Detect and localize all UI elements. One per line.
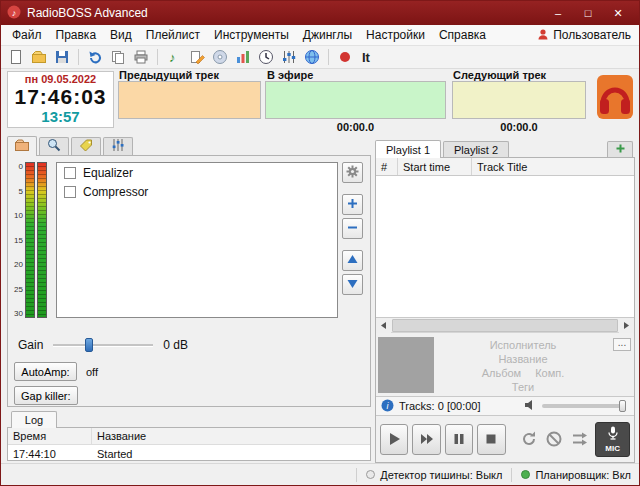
scheduler-clock-icon[interactable]: [256, 47, 276, 67]
tab-effects-mixer[interactable]: [103, 137, 133, 155]
menu-tools[interactable]: Инструменты: [207, 26, 296, 44]
tab-playlist-2[interactable]: Playlist 2: [443, 141, 509, 157]
menu-help[interactable]: Справка: [432, 26, 493, 44]
shuffle-button[interactable]: [569, 427, 591, 451]
stop-button[interactable]: [477, 424, 505, 455]
track-info-panel: Исполнитель Название Альбом Комп. Теги .…: [376, 333, 634, 397]
user-menu[interactable]: Пользователь: [537, 28, 635, 43]
tab-playlist-1[interactable]: Playlist 1: [375, 140, 441, 158]
open-icon[interactable]: [29, 47, 49, 67]
clock-block: пн 09.05.2022 17:46:03 13:57: [7, 71, 114, 128]
playlist-list[interactable]: [376, 176, 634, 318]
track-info-fields: Исполнитель Название Альбом Комп. Теги: [438, 338, 608, 394]
print-icon[interactable]: [131, 47, 151, 67]
next-track-box[interactable]: [452, 81, 586, 119]
volume-slider-thumb[interactable]: [619, 400, 626, 412]
new-playlist-icon[interactable]: [6, 47, 26, 67]
menu-file[interactable]: Файл: [5, 26, 49, 44]
gain-slider-thumb[interactable]: [85, 338, 93, 352]
previous-track-box[interactable]: [118, 81, 261, 119]
list-item-compressor[interactable]: Compressor: [57, 182, 337, 201]
autoamp-value: off: [86, 366, 98, 378]
arrow-up-icon: [346, 253, 359, 269]
copy-icon[interactable]: [108, 47, 128, 67]
music-library-icon[interactable]: ♪: [164, 47, 184, 67]
scheduler-indicator: [521, 470, 530, 479]
log-column-time[interactable]: Время: [8, 428, 92, 444]
add-playlist-tab[interactable]: [607, 141, 633, 157]
table-row[interactable]: 17:44:10 Started: [8, 445, 370, 461]
remove-effect-button[interactable]: [342, 218, 363, 239]
tab-browser[interactable]: [7, 136, 37, 156]
mic-button-label: MIC: [605, 444, 620, 453]
scheduler-status[interactable]: Планировщик: Вкл: [521, 469, 631, 481]
scrollbar-thumb[interactable]: [392, 319, 618, 332]
current-time: 17:46:03: [8, 85, 113, 108]
text-tool-button[interactable]: It: [362, 50, 370, 65]
tracks-summary: Tracks: 0 [00:00]: [399, 400, 481, 412]
record-icon[interactable]: [335, 47, 355, 67]
gapkiller-row: Gap killer:: [14, 386, 78, 405]
artist-placeholder: Исполнитель: [438, 338, 608, 352]
maximize-button[interactable]: □: [573, 2, 603, 24]
menu-edit[interactable]: Правка: [49, 26, 104, 44]
silence-detector-indicator: [366, 470, 375, 479]
headphones-icon[interactable]: [595, 73, 635, 124]
gap-killer-button[interactable]: Gap killer:: [14, 386, 78, 405]
tab-log[interactable]: Log: [11, 411, 57, 428]
window-controls: – □ ✕: [543, 2, 633, 24]
mic-button[interactable]: MIC: [595, 422, 630, 457]
track-info-more-button[interactable]: ...: [613, 338, 631, 351]
scroll-left-button[interactable]: [376, 318, 391, 333]
play-button[interactable]: [380, 424, 408, 455]
gain-slider[interactable]: [53, 338, 153, 352]
minimize-button[interactable]: –: [543, 2, 573, 24]
mic-icon: [605, 425, 621, 443]
effect-settings-button[interactable]: [342, 162, 363, 183]
no-stop-button[interactable]: [543, 427, 565, 451]
onair-track-box[interactable]: [265, 81, 446, 119]
move-up-button[interactable]: [342, 250, 363, 271]
horizontal-scrollbar[interactable]: [376, 318, 634, 333]
log-column-name[interactable]: Название: [92, 430, 146, 442]
menu-settings[interactable]: Настройки: [359, 26, 432, 44]
mixer-icon[interactable]: [279, 47, 299, 67]
tab-tags[interactable]: [71, 137, 101, 155]
playlist-column-track-title[interactable]: Track Title: [472, 158, 634, 175]
menu-jingles[interactable]: Джинглы: [296, 26, 359, 44]
menubar: Файл Правка Вид Плейлист Инструменты Джи…: [1, 25, 639, 46]
playlist-tabs: Playlist 1 Playlist 2: [375, 139, 635, 157]
move-down-button[interactable]: [342, 274, 363, 295]
scroll-right-button[interactable]: [619, 318, 634, 333]
menu-playlist[interactable]: Плейлист: [139, 26, 207, 44]
tag-icon: [79, 138, 93, 155]
playlist-column-start-time[interactable]: Start time: [398, 158, 472, 175]
add-effect-button[interactable]: [342, 194, 363, 215]
repeat-button[interactable]: [518, 427, 540, 451]
list-item-equalizer[interactable]: Equalizer: [57, 163, 337, 182]
log-section: Log Время Название 17:44:10 Started: [7, 411, 371, 461]
meter-tick: 5: [12, 187, 23, 196]
effects-panel-tabs: [7, 135, 135, 155]
next-button[interactable]: [412, 424, 440, 455]
playlist-column-number[interactable]: #: [376, 158, 398, 175]
compressor-checkbox[interactable]: [64, 186, 76, 198]
stats-icon[interactable]: [233, 47, 253, 67]
cd-ripper-icon[interactable]: [210, 47, 230, 67]
silence-detector-status[interactable]: Детектор тишины: Выкл: [366, 469, 502, 481]
close-button[interactable]: ✕: [603, 2, 633, 24]
pause-button[interactable]: [445, 424, 473, 455]
volume-slider[interactable]: [542, 404, 626, 408]
menu-view[interactable]: Вид: [103, 26, 139, 44]
save-icon[interactable]: [52, 47, 72, 67]
web-icon[interactable]: [302, 47, 322, 67]
tab-search[interactable]: [39, 137, 69, 155]
speaker-icon[interactable]: [524, 399, 537, 413]
log-cell-time: 17:44:10: [8, 445, 92, 461]
undo-icon[interactable]: [85, 47, 105, 67]
equalizer-checkbox[interactable]: [64, 167, 76, 179]
meter-tick: 20: [12, 260, 23, 269]
autoamp-button[interactable]: AutoAmp:: [14, 362, 77, 381]
next-time: 00:00.0: [452, 121, 586, 133]
edit-track-icon[interactable]: [187, 47, 207, 67]
